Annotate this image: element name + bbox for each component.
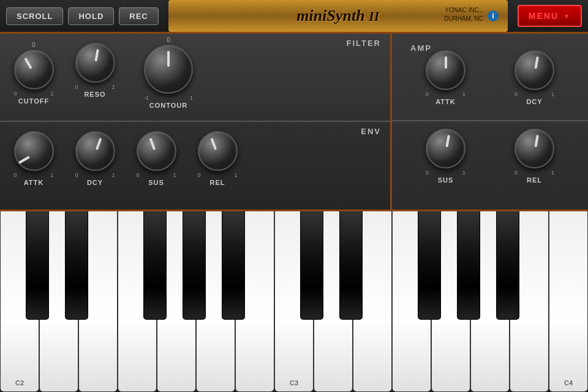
filter-label: FILTER	[346, 39, 381, 48]
black-key[interactable]	[339, 211, 363, 320]
contour-value: 0	[167, 37, 170, 43]
env-rel-label: REL	[210, 179, 225, 186]
black-key[interactable]	[183, 211, 206, 320]
env-section: ENV 01 ATTK 01	[0, 122, 390, 209]
hold-button[interactable]: HOLD	[68, 7, 114, 25]
filter-section: FILTER 0 01 CUTOFF 01	[0, 34, 390, 122]
env-rel-knob[interactable]	[198, 131, 238, 171]
keyboard: C2C3C4	[0, 211, 588, 392]
contour-label: CONTOUR	[149, 102, 187, 109]
cutoff-knob-container: 0 01 CUTOFF	[6, 42, 61, 105]
amp-dcy-label: DCY	[526, 98, 542, 105]
rec-button[interactable]: REC	[119, 7, 158, 25]
amp-sus-knob-container: 01 SUS	[418, 127, 473, 203]
env-sus-label: SUS	[148, 179, 164, 186]
env-attk-label: ATTK	[24, 179, 44, 186]
info-icon[interactable]: i	[488, 10, 499, 21]
reso-label: RESO	[84, 91, 105, 98]
env-sus-knob[interactable]	[137, 131, 176, 171]
contour-knob[interactable]	[144, 45, 193, 94]
cutoff-knob[interactable]	[14, 50, 54, 89]
cutoff-scale: 01	[14, 91, 54, 97]
menu-button[interactable]: MENU ▼	[518, 5, 582, 27]
env-attk-knob[interactable]	[14, 131, 54, 171]
env-dcy-knob[interactable]	[75, 131, 115, 171]
amp-sus-label: SUS	[438, 176, 454, 184]
reso-knob-container: 01 RESO	[67, 42, 123, 98]
menu-triangle-icon: ▼	[564, 13, 571, 20]
synth-panel: FILTER 0 01 CUTOFF 01	[0, 34, 588, 211]
amp-attk-label: ATTK	[435, 98, 456, 105]
key-label: C4	[564, 379, 573, 386]
logo-text: miniSynth II	[296, 7, 379, 25]
amp-dcy-knob-container: 01 DCY	[507, 49, 562, 105]
amp-sus-knob[interactable]	[426, 129, 466, 168]
black-key[interactable]	[143, 211, 167, 320]
filter-env-section: FILTER 0 01 CUTOFF 01	[0, 34, 392, 209]
scroll-button[interactable]: SCROLL	[6, 7, 63, 25]
cutoff-label: CUTOFF	[18, 97, 49, 105]
env-label: ENV	[361, 127, 381, 136]
top-bar: SCROLL HOLD REC miniSynth II YONAC INC.,…	[0, 0, 588, 34]
logo-company: YONAC INC., DURHAM, NC	[444, 6, 483, 23]
amp-rel-knob[interactable]	[514, 129, 554, 168]
black-key[interactable]	[457, 211, 480, 320]
amp-dcy-knob[interactable]	[514, 50, 554, 90]
cutoff-value: 0	[32, 42, 36, 48]
key-label: C3	[290, 379, 298, 386]
amp-section: AMP 01 ATTK	[392, 34, 588, 209]
amp-label: AMP	[401, 39, 432, 53]
amp-rel-label: REL	[527, 176, 542, 184]
env-dcy-knob-container: 01 DCY	[67, 130, 123, 186]
black-key[interactable]	[418, 211, 441, 320]
black-key[interactable]	[496, 211, 519, 320]
env-rel-knob-container: 01 REL	[190, 130, 245, 186]
env-attk-knob-container: 01 ATTK	[6, 130, 61, 186]
contour-scale: -11	[144, 95, 193, 101]
reso-knob[interactable]	[75, 43, 115, 83]
env-sus-knob-container: 01 SUS	[129, 130, 184, 186]
contour-knob-container: 0 -11 CONTOUR	[141, 37, 196, 109]
white-key[interactable]: C4	[549, 211, 588, 392]
black-key[interactable]	[222, 211, 245, 320]
key-label: C2	[15, 379, 24, 386]
amp-rel-knob-container: 01 REL	[507, 127, 562, 203]
black-key[interactable]	[26, 211, 49, 320]
reso-scale: 01	[75, 84, 115, 90]
keyboard-wrapper: C2C3C4	[0, 211, 588, 392]
logo-area: miniSynth II YONAC INC., DURHAM, NC i	[168, 0, 508, 32]
black-key[interactable]	[65, 211, 88, 320]
black-key[interactable]	[300, 211, 323, 320]
amp-attk-knob-container: 01 ATTK	[418, 49, 473, 105]
keyboard-section: C2C3C4	[0, 211, 588, 392]
env-dcy-label: DCY	[87, 179, 103, 186]
amp-attk-knob[interactable]	[426, 50, 466, 90]
